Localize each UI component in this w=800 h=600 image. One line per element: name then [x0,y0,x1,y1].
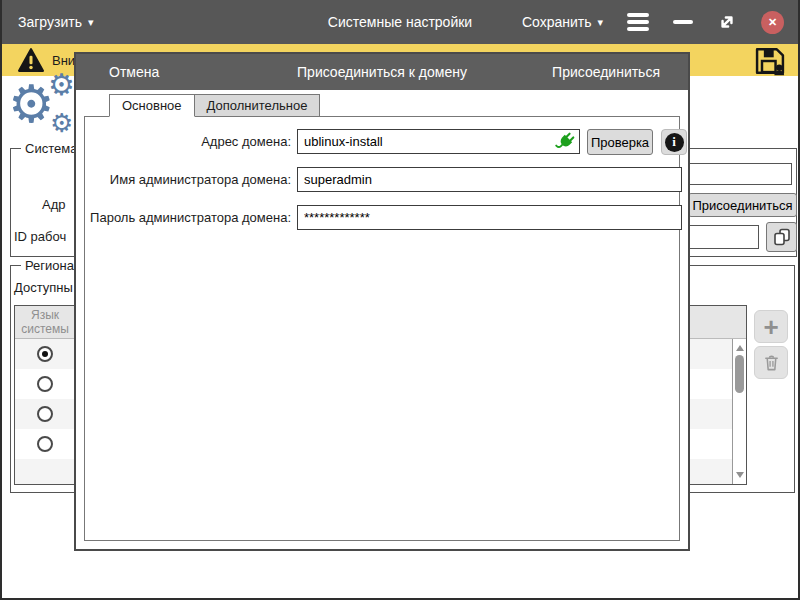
language-radio[interactable] [37,436,53,452]
titlebar: Загрузить ▾ Системные настройки Сохранит… [2,0,798,44]
join-domain-dialog: Отмена Присоединиться к домену Присоедин… [74,52,690,551]
add-language-button[interactable]: + [754,310,788,343]
save-menu-label: Сохранить [522,14,592,30]
address-label: Адр [42,197,66,212]
scroll-down-icon[interactable] [736,472,744,478]
app-window: Загрузить ▾ Системные настройки Сохранит… [0,0,800,600]
tab-advanced[interactable]: Дополнительное [195,94,321,117]
save-menu-button[interactable]: Сохранить ▾ [522,14,603,30]
plus-icon: + [763,314,778,340]
close-icon[interactable]: ✕ [761,11,784,34]
language-column-header: Язык системы [15,308,75,337]
admin-password-input[interactable] [297,205,682,230]
table-row [15,429,75,459]
info-button[interactable]: i [661,129,687,155]
table-row [15,339,75,369]
table-row [15,369,75,399]
trash-icon [762,353,781,372]
language-radio[interactable] [37,406,53,422]
admin-name-label: Имя администратора домена: [89,172,291,187]
settings-gears-icon: ⚙ ⚙ ⚙ [6,74,76,148]
dialog-header: Отмена Присоединиться к домену Присоедин… [76,54,688,90]
copy-button[interactable] [766,222,797,252]
fullscreen-expand-icon[interactable] [717,12,737,32]
background-join-button[interactable]: Присоединиться [688,193,797,217]
minimize-icon[interactable] [673,20,693,24]
check-button[interactable]: Проверка [587,129,653,155]
domain-address-input[interactable] [297,129,580,154]
delete-language-button[interactable] [754,346,788,379]
hamburger-menu-icon[interactable] [627,13,649,31]
save-floppy-icon[interactable] [754,46,786,76]
chevron-down-icon: ▾ [597,16,603,29]
connection-ok-plug-icon [555,131,576,152]
dialog-content-frame: Адрес домена: Проверка i [84,116,680,541]
table-scrollbar[interactable] [732,339,746,484]
table-row [15,399,75,429]
language-radio[interactable] [37,346,53,362]
dialog-tabs: Основное Дополнительное [109,94,320,117]
available-languages-label: Доступны [14,280,73,295]
warning-triangle-icon [18,48,44,72]
join-button[interactable]: Присоединиться [552,64,660,80]
copy-icon [772,227,792,247]
scrollbar-thumb[interactable] [735,355,744,393]
tab-main[interactable]: Основное [109,94,195,117]
admin-password-label: Пароль администратора домена: [89,210,291,225]
admin-name-input[interactable] [297,167,682,192]
language-radio[interactable] [37,376,53,392]
domain-address-label: Адрес домена: [89,134,291,149]
system-group-label: Система [21,141,81,156]
scroll-up-icon[interactable] [736,345,744,351]
workstation-id-label: ID рабоч [14,229,66,244]
info-icon: i [665,133,684,152]
